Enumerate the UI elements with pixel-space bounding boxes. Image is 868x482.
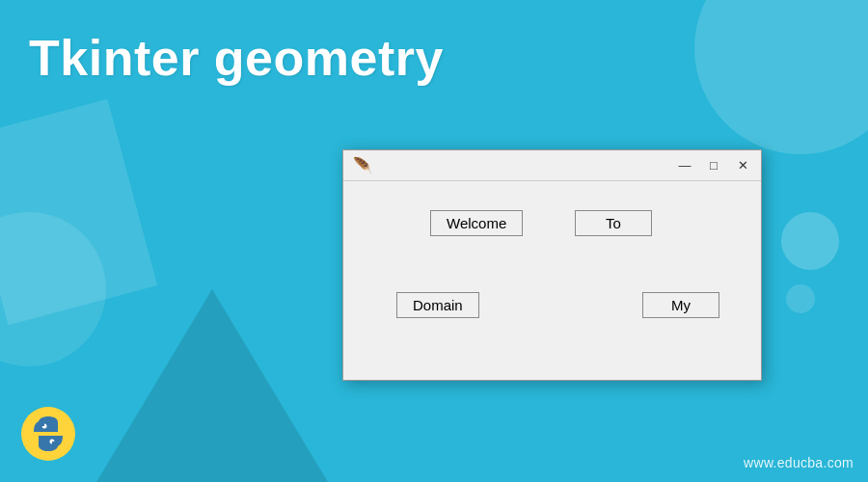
tk-window: 🪶 — □ ✕ Welcome To Domain My <box>342 149 762 381</box>
close-button[interactable]: ✕ <box>734 157 751 174</box>
tk-app-icon: 🪶 <box>353 156 372 174</box>
svg-point-0 <box>21 407 75 461</box>
tk-window-controls: — □ ✕ <box>676 157 751 174</box>
tk-content: Welcome To Domain My <box>343 181 761 380</box>
bg-circle-top-right <box>694 0 868 154</box>
page-title: Tkinter geometry <box>29 29 444 87</box>
to-button[interactable]: To <box>575 210 652 236</box>
python-logo <box>19 405 77 463</box>
minimize-button[interactable]: — <box>676 157 693 174</box>
bg-triangle-left <box>96 289 328 482</box>
domain-button[interactable]: Domain <box>396 292 479 318</box>
tk-titlebar-left: 🪶 <box>353 156 372 174</box>
bg-circle-mid-right2 <box>786 284 815 313</box>
welcome-button[interactable]: Welcome <box>430 210 523 236</box>
my-button[interactable]: My <box>642 292 719 318</box>
maximize-button[interactable]: □ <box>705 157 722 174</box>
bg-circle-mid-right <box>781 212 839 270</box>
tk-titlebar: 🪶 — □ ✕ <box>343 150 761 181</box>
website-url: www.educba.com <box>744 455 854 470</box>
